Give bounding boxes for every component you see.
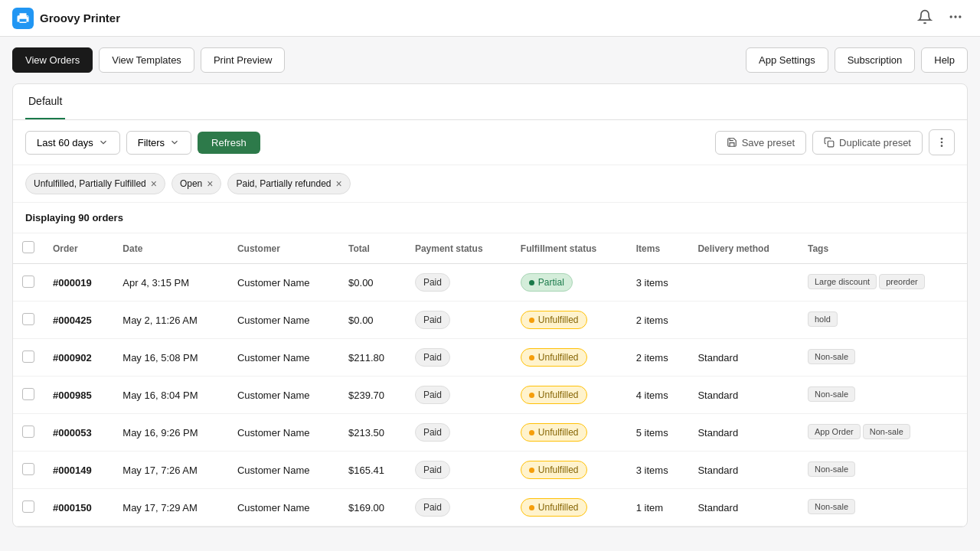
order-number[interactable]: #000985 (44, 377, 113, 414)
order-tags: hold (799, 302, 967, 339)
payment-badge: Paid (415, 461, 450, 479)
order-number[interactable]: #000150 (44, 489, 113, 527)
order-total: $169.00 (339, 489, 406, 527)
main-content: Default Last 60 days Filters Refresh Sav (0, 83, 980, 527)
row-checkbox-2[interactable] (22, 350, 34, 363)
remove-filter-2[interactable]: × (336, 178, 342, 190)
tag: preorder (879, 274, 925, 289)
table-row: #000425 May 2, 11:26 AM Customer Name $0… (13, 302, 967, 339)
row-checkbox-0[interactable] (22, 276, 34, 288)
remove-filter-0[interactable]: × (151, 178, 157, 190)
order-total: $165.41 (339, 452, 406, 489)
col-customer: Customer (228, 233, 339, 264)
order-delivery: Standard (688, 414, 799, 452)
row-checkbox-1[interactable] (22, 313, 34, 325)
order-payment-status: Paid (406, 377, 511, 414)
filter-bar: Last 60 days Filters Refresh Save preset… (13, 120, 967, 165)
order-total: $0.00 (339, 302, 406, 339)
order-total: $213.50 (339, 414, 406, 452)
order-payment-status: Paid (406, 339, 511, 377)
svg-point-2 (959, 15, 961, 18)
tag: Large discount (808, 274, 877, 289)
order-payment-status: Paid (406, 302, 511, 339)
more-actions-button[interactable] (929, 129, 955, 155)
order-fulfillment-status: Unfulfilled (511, 339, 627, 377)
table-row: #000149 May 17, 7:26 AM Customer Name $1… (13, 452, 967, 489)
order-customer: Customer Name (228, 414, 339, 452)
view-orders-button[interactable]: View Orders (12, 47, 93, 73)
order-number[interactable]: #000053 (44, 414, 113, 452)
filter-chip-1: Open × (172, 173, 222, 194)
filter-left: Last 60 days Filters Refresh (25, 131, 260, 155)
tag: Non-sale (808, 499, 855, 514)
table-header-row: Order Date Customer Total Payment status… (13, 233, 967, 264)
order-items: 2 items (627, 339, 689, 377)
col-payment-status: Payment status (406, 233, 511, 264)
tag: Non-sale (808, 349, 855, 364)
table-row: #000150 May 17, 7:29 AM Customer Name $1… (13, 489, 967, 527)
row-checkbox-4[interactable] (22, 425, 34, 438)
svg-point-1 (954, 15, 956, 18)
order-fulfillment-status: Unfulfilled (511, 489, 627, 527)
bell-icon[interactable] (913, 5, 937, 31)
duplicate-preset-button[interactable]: Duplicate preset (812, 131, 923, 155)
duplicate-icon (824, 137, 835, 148)
help-button[interactable]: Help (921, 47, 968, 73)
topbar-right (913, 5, 968, 31)
tag: hold (808, 311, 838, 327)
payment-badge: Paid (415, 498, 450, 517)
topbar: Groovy Printer (0, 0, 980, 37)
order-tags: App OrderNon-sale (799, 414, 967, 452)
filter-chip-2: Paid, Partially refunded × (227, 173, 350, 194)
row-checkbox-3[interactable] (22, 388, 34, 400)
order-date: May 16, 8:04 PM (113, 377, 228, 414)
order-total: $211.80 (339, 339, 406, 377)
order-items: 3 items (627, 264, 689, 302)
view-templates-button[interactable]: View Templates (99, 47, 194, 73)
col-total: Total (339, 233, 406, 264)
order-fulfillment-status: Unfulfilled (511, 452, 627, 489)
app-icon (12, 8, 34, 29)
refresh-button[interactable]: Refresh (198, 132, 260, 154)
topbar-left: Groovy Printer (12, 8, 120, 29)
order-tags: Non-sale (799, 377, 967, 414)
fulfillment-badge: Unfulfilled (521, 423, 587, 442)
order-items: 1 item (627, 489, 689, 527)
order-number[interactable]: #000149 (44, 452, 113, 489)
app-settings-button[interactable]: App Settings (746, 47, 828, 73)
remove-filter-1[interactable]: × (207, 178, 213, 190)
tag: Non-sale (808, 386, 855, 402)
table-row: #000019 Apr 4, 3:15 PM Customer Name $0.… (13, 264, 967, 302)
order-tags: Large discountpreorder (799, 264, 967, 302)
navbar-right: App Settings Subscription Help (746, 47, 968, 73)
save-preset-button[interactable]: Save preset (715, 131, 806, 155)
table-row: #000053 May 16, 9:26 PM Customer Name $2… (13, 414, 967, 452)
col-delivery: Delivery method (688, 233, 799, 264)
order-payment-status: Paid (406, 489, 511, 527)
fulfillment-badge: Unfulfilled (521, 348, 587, 367)
order-tags: Non-sale (799, 489, 967, 527)
subscription-button[interactable]: Subscription (835, 47, 916, 73)
tab-default[interactable]: Default (25, 84, 65, 119)
row-checkbox-5[interactable] (22, 463, 34, 475)
row-checkbox-6[interactable] (22, 500, 34, 513)
order-customer: Customer Name (228, 339, 339, 377)
order-items: 2 items (627, 302, 689, 339)
print-preview-button[interactable]: Print Preview (201, 47, 286, 73)
order-number[interactable]: #000902 (44, 339, 113, 377)
date-range-filter[interactable]: Last 60 days (25, 131, 120, 155)
svg-point-0 (950, 15, 952, 18)
payment-badge: Paid (415, 348, 450, 367)
status-dot (529, 318, 534, 323)
col-order: Order (44, 233, 113, 264)
order-number[interactable]: #000019 (44, 264, 113, 302)
filters-button[interactable]: Filters (126, 131, 191, 155)
more-options-icon[interactable] (943, 5, 968, 31)
ellipsis-icon (936, 136, 948, 148)
order-delivery: Standard (688, 377, 799, 414)
select-all-checkbox[interactable] (22, 241, 34, 253)
fulfillment-badge: Unfulfilled (521, 498, 587, 517)
order-customer: Customer Name (228, 264, 339, 302)
order-number[interactable]: #000425 (44, 302, 113, 339)
order-date: May 17, 7:26 AM (113, 452, 228, 489)
